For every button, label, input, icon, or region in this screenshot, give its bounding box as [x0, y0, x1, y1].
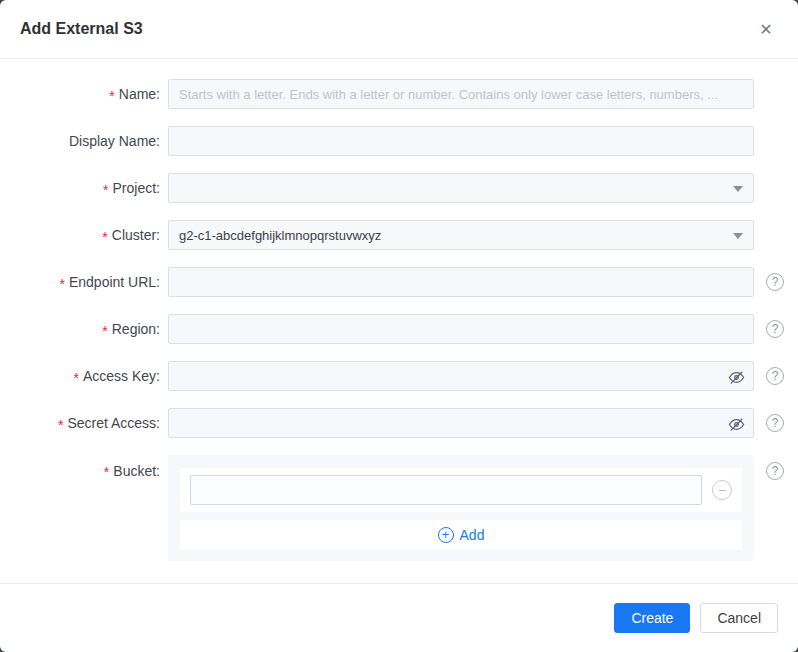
plus-circle-icon: + [438, 527, 454, 543]
dialog-body: * Name: Display Name: * Project: [0, 59, 798, 583]
add-bucket-button[interactable]: + Add [180, 520, 742, 550]
bucket-panel: − + Add [168, 455, 754, 561]
endpoint-url-label: Endpoint URL: [69, 274, 160, 290]
required-asterisk: * [59, 274, 64, 291]
form-row-secret-access: * Secret Access: ? [0, 408, 798, 438]
access-key-input[interactable] [168, 361, 754, 391]
access-key-label: Access Key: [83, 368, 160, 384]
form-row-cluster: * Cluster: g2-c1-abcdefghijklmnopqrstuvw… [0, 220, 798, 250]
form-row-bucket: * Bucket: − + Add [0, 455, 798, 561]
cluster-select-value: g2-c1-abcdefghijklmnopqrstuvwxyz [179, 228, 381, 243]
bucket-label: Bucket: [113, 463, 160, 479]
form-row-endpoint-url: * Endpoint URL: ? [0, 267, 798, 297]
required-asterisk: * [58, 415, 63, 432]
cluster-label: Cluster: [112, 227, 160, 243]
region-label: Region: [112, 321, 160, 337]
secret-access-label: Secret Access: [67, 415, 160, 431]
form-row-region: * Region: ? [0, 314, 798, 344]
dialog-header: Add External S3 ✕ [0, 0, 798, 59]
create-button[interactable]: Create [614, 603, 690, 633]
caret-down-icon [733, 186, 743, 192]
close-icon: ✕ [759, 20, 772, 39]
eye-invisible-icon[interactable] [727, 415, 745, 433]
add-bucket-label: Add [460, 527, 485, 543]
form-row-access-key: * Access Key: ? [0, 361, 798, 391]
caret-down-icon [733, 233, 743, 239]
form-row-name: * Name: [0, 79, 798, 109]
required-asterisk: * [74, 368, 79, 385]
required-asterisk: * [104, 462, 109, 479]
cancel-button[interactable]: Cancel [700, 603, 778, 633]
remove-bucket-button[interactable]: − [712, 480, 732, 500]
required-asterisk: * [102, 321, 107, 338]
bucket-input[interactable] [190, 475, 702, 505]
required-asterisk: * [109, 86, 114, 103]
minus-icon: − [718, 481, 726, 499]
project-label: Project: [113, 180, 160, 196]
secret-access-input[interactable] [168, 408, 754, 438]
help-icon[interactable]: ? [766, 273, 784, 291]
required-asterisk: * [103, 180, 108, 197]
project-select[interactable] [168, 173, 754, 203]
close-button[interactable]: ✕ [754, 17, 778, 41]
eye-invisible-icon[interactable] [727, 368, 745, 386]
required-asterisk: * [102, 227, 107, 244]
bucket-item-row: − [180, 468, 742, 512]
display-name-label: Display Name: [69, 133, 160, 149]
dialog-title: Add External S3 [20, 20, 143, 38]
name-label: Name: [119, 86, 160, 102]
form-row-display-name: Display Name: [0, 126, 798, 156]
region-input[interactable] [168, 314, 754, 344]
add-external-s3-dialog: Add External S3 ✕ * Name: Display Name: [0, 0, 798, 652]
endpoint-url-input[interactable] [168, 267, 754, 297]
cluster-select[interactable]: g2-c1-abcdefghijklmnopqrstuvwxyz [168, 220, 754, 250]
help-icon[interactable]: ? [766, 462, 784, 480]
help-icon[interactable]: ? [766, 367, 784, 385]
help-icon[interactable]: ? [766, 320, 784, 338]
form-row-project: * Project: [0, 173, 798, 203]
help-icon[interactable]: ? [766, 414, 784, 432]
display-name-input[interactable] [168, 126, 754, 156]
dialog-footer: Create Cancel [0, 583, 798, 652]
name-input[interactable] [168, 79, 754, 109]
